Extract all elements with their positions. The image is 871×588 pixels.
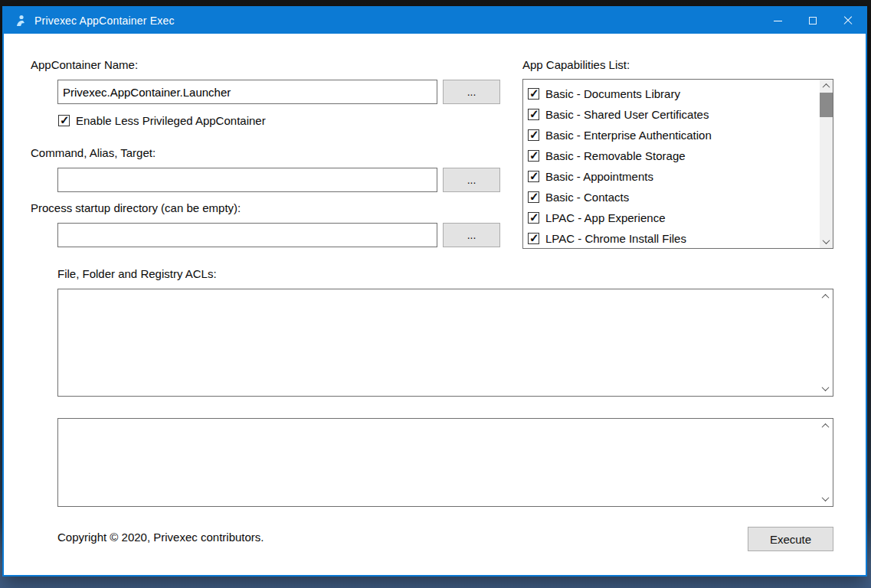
capability-label: Basic - Enterprise Authentication	[545, 129, 712, 142]
lpac-checkbox[interactable]	[58, 115, 70, 126]
output-scroll-down-button[interactable]	[820, 493, 831, 505]
acls-scroll-down-button[interactable]	[820, 383, 831, 394]
close-icon	[843, 16, 853, 25]
capability-item[interactable]: Basic - Enterprise Authentication	[528, 125, 820, 145]
capability-label: Basic - Removable Storage	[545, 149, 686, 162]
scroll-down-button[interactable]	[820, 235, 833, 248]
chevron-up-icon	[823, 83, 830, 91]
output-textarea[interactable]	[58, 419, 819, 506]
chevron-down-icon	[823, 237, 830, 244]
capability-checkbox[interactable]	[528, 191, 539, 203]
minimize-button[interactable]	[760, 8, 795, 34]
command-label: Command, Alias, Target:	[31, 146, 156, 159]
capability-label: Basic - Contacts	[545, 191, 629, 204]
minimize-icon	[774, 21, 782, 21]
appcontainer-name-label: AppContainer Name:	[31, 58, 138, 71]
chevron-down-icon	[822, 384, 830, 391]
capabilities-list: Basic - Documents Library Basic - Shared…	[523, 80, 820, 248]
command-input[interactable]	[57, 168, 437, 192]
capability-checkbox[interactable]	[528, 212, 539, 224]
startup-dir-input[interactable]	[57, 223, 437, 247]
lpac-checkbox-row[interactable]: Enable Less Privileged AppContainer	[58, 114, 266, 127]
output-scroll-up-button[interactable]	[820, 420, 831, 432]
capability-label: LPAC - App Experience	[545, 211, 665, 224]
appcontainer-name-browse-button[interactable]: ...	[443, 80, 500, 104]
acls-textarea[interactable]	[58, 289, 819, 396]
chevron-up-icon	[822, 294, 830, 302]
capabilities-listbox: Basic - Documents Library Basic - Shared…	[522, 79, 833, 249]
startup-dir-label: Process startup directory (can be empty)…	[31, 201, 241, 214]
titlebar: Privexec AppContainer Exec	[4, 8, 866, 34]
capability-checkbox[interactable]	[528, 233, 539, 244]
capability-item[interactable]: LPAC - App Experience	[528, 207, 820, 228]
capability-item[interactable]: Basic - Shared User Certificates	[528, 104, 820, 125]
appcontainer-name-input[interactable]	[57, 80, 437, 104]
window-controls	[760, 8, 866, 34]
app-icon	[14, 14, 28, 28]
capability-label: Basic - Shared User Certificates	[545, 108, 709, 121]
capabilities-label: App Capabilities List:	[522, 58, 630, 71]
close-button[interactable]	[830, 8, 866, 34]
scroll-up-button[interactable]	[820, 80, 833, 93]
window-title: Privexec AppContainer Exec	[34, 15, 175, 27]
capability-item[interactable]: Basic - Removable Storage	[528, 145, 820, 166]
maximize-icon	[809, 17, 817, 24]
desktop-background: { "window": { "title": "Privexec AppCont…	[0, 0, 871, 588]
copyright-text: Copyright © 2020, Privexec contributors.	[57, 531, 264, 544]
output-box	[57, 418, 833, 507]
lpac-checkbox-label: Enable Less Privileged AppContainer	[76, 114, 266, 127]
capability-label: Basic - Appointments	[545, 170, 653, 183]
execute-button[interactable]: Execute	[748, 527, 833, 551]
capability-checkbox[interactable]	[528, 109, 539, 120]
capability-item[interactable]: LPAC - Chrome Install Files	[528, 228, 820, 249]
acls-box	[57, 289, 833, 397]
capability-label: LPAC - Chrome Install Files	[545, 232, 686, 245]
client-area: AppContainer Name: ... Enable Less Privi…	[4, 34, 866, 575]
capability-label: Basic - Documents Library	[545, 87, 680, 100]
maximize-button[interactable]	[795, 8, 830, 34]
capability-checkbox[interactable]	[528, 150, 539, 162]
capability-item[interactable]: Basic - Appointments	[528, 166, 820, 187]
acls-label: File, Folder and Registry ACLs:	[57, 267, 217, 280]
capability-item[interactable]: Basic - Documents Library	[528, 83, 820, 104]
capabilities-scrollbar[interactable]	[820, 80, 833, 248]
capability-item[interactable]: Basic - Contacts	[528, 187, 820, 207]
capability-checkbox[interactable]	[528, 129, 539, 141]
app-window: Privexec AppContainer Exec AppContainer …	[2, 6, 867, 577]
scrollbar-thumb[interactable]	[820, 93, 833, 117]
command-browse-button[interactable]: ...	[443, 168, 500, 192]
capability-checkbox[interactable]	[528, 88, 539, 100]
startup-dir-browse-button[interactable]: ...	[443, 223, 500, 247]
acls-scroll-up-button[interactable]	[820, 291, 831, 302]
capability-checkbox[interactable]	[528, 171, 539, 182]
chevron-up-icon	[822, 423, 830, 431]
chevron-down-icon	[822, 494, 830, 501]
